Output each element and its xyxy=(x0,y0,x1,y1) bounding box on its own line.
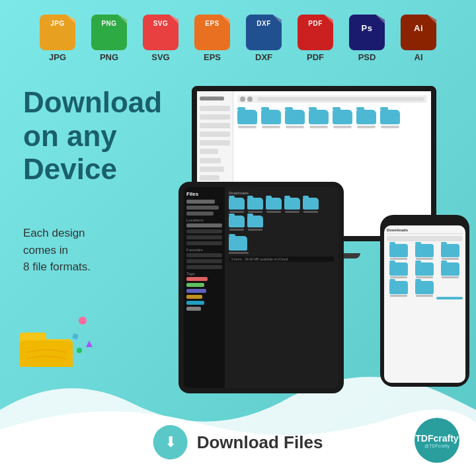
tablet: Files Locations Favorites Tags xyxy=(178,182,344,393)
svg-marker-5 xyxy=(86,340,93,347)
download-arrow-icon: ⬇ xyxy=(165,434,177,451)
monitor-folder xyxy=(237,110,257,128)
phone-screen: Downloads xyxy=(384,225,465,383)
tablet-folders-grid xyxy=(229,198,335,231)
phone-folders-grid-row3 xyxy=(387,281,463,297)
phone-folder xyxy=(387,244,411,260)
phone-folder xyxy=(413,262,436,278)
heading-line1: Download xyxy=(23,86,162,120)
eps-type-label: EPS xyxy=(205,20,219,27)
phone: Downloads xyxy=(380,215,469,387)
phone-folder xyxy=(438,244,462,260)
tablet-folder xyxy=(247,198,263,213)
file-icon-ai: Ai AI xyxy=(396,15,441,62)
subtext-line3: 8 file formats. xyxy=(23,258,91,276)
monitor-folders-grid xyxy=(237,107,427,128)
tablet-folder xyxy=(266,198,282,213)
psd-ext-label: PSD xyxy=(358,52,376,62)
pdf-box: PDF xyxy=(298,15,333,50)
ai-ext-label: AI xyxy=(415,52,423,62)
phone-folders-grid-row1 xyxy=(387,244,463,260)
phone-folder xyxy=(413,244,436,260)
monitor-folder xyxy=(285,110,305,128)
devices-area: Files Locations Favorites Tags xyxy=(172,86,476,397)
tablet-folder xyxy=(229,216,245,231)
subtext: Each design comes in 8 file formats. xyxy=(23,225,91,276)
monitor-folder xyxy=(309,110,329,128)
tablet-sidebar: Files Locations Favorites Tags xyxy=(184,187,225,388)
tablet-folder xyxy=(229,198,245,213)
file-icon-pdf: PDF PDF xyxy=(293,15,338,62)
phone-header: Downloads xyxy=(387,228,463,234)
tablet-header: Downloads xyxy=(229,191,335,195)
heading-line3: Device xyxy=(23,153,162,186)
eps-box: EPS xyxy=(194,15,230,50)
main-heading: Download on any Device xyxy=(23,86,162,186)
phone-folder xyxy=(387,262,411,278)
svg-box: SVG xyxy=(143,15,178,50)
ai-type-label: Ai xyxy=(414,23,423,33)
download-section[interactable]: ⬇ Download Files xyxy=(153,425,323,459)
phone-bottom-bar xyxy=(436,297,463,299)
file-icon-svg: SVG SVG xyxy=(138,15,183,62)
dxf-ext-label: DXF xyxy=(255,52,272,62)
heading-line2: on any xyxy=(23,120,162,153)
brand-name: TDFcrafty xyxy=(415,433,458,444)
psd-type-label: Ps xyxy=(362,23,373,33)
psd-box: Ps xyxy=(349,15,385,50)
tablet-folder xyxy=(284,198,300,213)
tablet-sidebar-section2: Favorites xyxy=(186,248,222,252)
monitor-folder xyxy=(261,110,281,128)
brand-badge: TDFcrafty @TDFcrafty xyxy=(415,418,459,463)
svg-rect-2 xyxy=(20,340,73,367)
phone-folders-grid-row2 xyxy=(387,262,463,278)
file-icon-dxf: DXF DXF xyxy=(241,15,286,62)
jpg-type-label: JPG xyxy=(50,20,65,27)
subtext-line2: comes in xyxy=(23,242,91,259)
tablet-sidebar-section3: Tags xyxy=(186,272,222,276)
monitor-toolbar xyxy=(237,95,427,103)
tablet-single-folder xyxy=(229,236,335,254)
tablet-screen: Files Locations Favorites Tags xyxy=(184,187,338,388)
pdf-type-label: PDF xyxy=(308,20,323,27)
svg-ext-label: SVG xyxy=(151,52,169,62)
monitor-folder xyxy=(356,110,376,128)
tablet-main: Downloads xyxy=(225,187,338,388)
file-icon-psd: Ps PSD xyxy=(344,15,389,62)
phone-search xyxy=(387,236,463,241)
phone-folder xyxy=(438,262,462,278)
tablet-sidebar-title: Files xyxy=(186,191,222,197)
phone-folder xyxy=(387,281,411,297)
tablet-folder xyxy=(303,198,319,213)
png-box: PNG xyxy=(91,15,127,50)
svg-type-label: SVG xyxy=(153,20,169,27)
ai-box: Ai xyxy=(401,15,436,50)
dxf-type-label: DXF xyxy=(257,20,271,27)
jpg-box: JPG xyxy=(40,15,75,50)
dxf-box: DXF xyxy=(246,15,282,50)
tablet-bottom-bar: 5 items · 39.98 MB available on iCloud xyxy=(229,257,335,262)
brand-handle: @TDFcrafty xyxy=(424,444,450,448)
pdf-ext-label: PDF xyxy=(307,52,324,62)
jpg-ext-label: JPG xyxy=(49,52,66,62)
monitor-folder xyxy=(380,110,400,128)
tablet-folder xyxy=(247,216,263,231)
phone-notch xyxy=(412,219,438,224)
svg-point-6 xyxy=(77,348,82,353)
svg-point-3 xyxy=(79,317,87,325)
phone-folder xyxy=(413,281,436,297)
monitor-folder xyxy=(333,110,352,128)
subtext-line1: Each design xyxy=(23,225,91,242)
confetti-decoration xyxy=(10,307,102,367)
eps-ext-label: EPS xyxy=(204,52,221,62)
download-icon-circle[interactable]: ⬇ xyxy=(153,425,188,459)
svg-rect-4 xyxy=(72,333,79,340)
file-icon-eps: EPS EPS xyxy=(190,15,235,62)
png-type-label: PNG xyxy=(101,20,116,27)
png-ext-label: PNG xyxy=(100,52,118,62)
file-icon-png: PNG PNG xyxy=(87,15,132,62)
tablet-sidebar-section: Locations xyxy=(186,218,222,222)
file-icon-jpg: JPG JPG xyxy=(35,15,80,62)
download-label: Download Files xyxy=(197,432,323,453)
file-icons-row: JPG JPG PNG PNG SVG SVG EPS EPS DXF DXF … xyxy=(35,15,441,62)
